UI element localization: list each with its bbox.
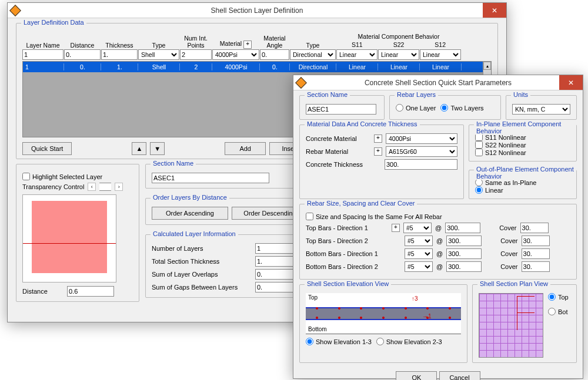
calc-label: Number of Layers: [152, 245, 252, 252]
transparency-track[interactable]: [99, 183, 111, 191]
add-material-icon[interactable]: +: [243, 41, 252, 49]
type2-select[interactable]: Directional: [290, 49, 336, 60]
input-row: Shell 4000Psi Directional Linear Linear …: [22, 49, 492, 60]
rebar-row: Bottom Bars - Direction 1#5@Cover: [306, 248, 570, 259]
group-title: Rebar Size, Spacing and Clear Cover: [305, 200, 417, 207]
scroll-up-icon[interactable]: ▴: [483, 62, 491, 70]
transparency-right-icon[interactable]: ›: [115, 183, 123, 191]
hdr-type: Type: [138, 41, 179, 49]
bar-size-select[interactable]: #5: [405, 261, 433, 272]
top-label: Top: [308, 294, 318, 301]
calc-label: Total Section Thickness: [152, 258, 252, 265]
thickness-label: Concrete Thickness: [306, 161, 381, 168]
material-select[interactable]: 4000Psi: [212, 49, 259, 60]
order-ascending-button[interactable]: Order Ascending: [152, 207, 228, 220]
quick-start-button[interactable]: Quick Start: [22, 142, 72, 155]
numint-input[interactable]: [180, 49, 212, 60]
rebar-row-label: Bottom Bars - Direction 2: [306, 263, 388, 270]
elev-23-radio[interactable]: [376, 338, 384, 345]
plan-view: [479, 293, 543, 358]
preview-group: Highlight Selected Layer Transparency Co…: [16, 164, 139, 302]
plan-bot-radio[interactable]: [548, 308, 556, 315]
cover-input[interactable]: [522, 236, 550, 246]
at-label: @: [436, 250, 443, 257]
rebar-material-select[interactable]: A615Gr60: [386, 146, 457, 157]
move-up-button[interactable]: ▲: [132, 142, 146, 155]
spacing-input[interactable]: [446, 261, 482, 272]
concrete-material-select[interactable]: 4000Psi: [386, 133, 457, 144]
cover-label: Cover: [500, 250, 517, 257]
titlebar[interactable]: Shell Section Layer Definition ✕: [8, 3, 506, 18]
at-label: @: [435, 224, 442, 231]
distance-input[interactable]: [64, 49, 101, 60]
hdr-matangle: Material Angle: [260, 34, 289, 49]
calc-label: Sum of Layer Overlaps: [152, 271, 252, 278]
cover-input[interactable]: [522, 261, 550, 272]
hdr-layer: Layer Name: [22, 41, 64, 49]
elev-13-radio[interactable]: [306, 338, 313, 345]
cover-label: Cover: [499, 224, 516, 231]
group-title: Shell Section Plan View: [477, 280, 550, 287]
spacing-input[interactable]: [446, 236, 482, 246]
rebar-row-label: Bottom Bars - Direction 1: [306, 250, 388, 257]
cover-label: Cover: [500, 263, 517, 270]
bar-size-select[interactable]: #5: [405, 236, 433, 246]
group-title: Shell Section Elevation View: [305, 280, 391, 287]
table-row[interactable]: 10. 1.Shell 24000Psi 0.Directional Linea…: [23, 62, 483, 72]
distance-readout[interactable]: [67, 286, 114, 297]
thickness-input[interactable]: [385, 159, 457, 170]
cancel-button[interactable]: Cancel: [439, 371, 480, 380]
add-rebar-icon[interactable]: +: [374, 147, 382, 156]
plan-top-radio[interactable]: [548, 293, 556, 301]
cover-input[interactable]: [520, 223, 549, 233]
cover-input[interactable]: [522, 248, 550, 259]
spacing-input[interactable]: [446, 248, 482, 259]
linear-radio[interactable]: [475, 186, 483, 194]
same-size-checkbox[interactable]: [306, 213, 313, 220]
s22-nonlinear-checkbox[interactable]: [475, 141, 483, 149]
calc-label: Sum of Gaps Between Layers: [152, 284, 252, 291]
hdr-numint: Num Int. Points: [180, 34, 212, 49]
bar-size-select[interactable]: #5: [403, 223, 432, 233]
add-button[interactable]: Add: [225, 142, 266, 155]
group-title: Order Layers By Distance: [151, 194, 229, 201]
group-title: Layer Definition Data: [21, 19, 86, 26]
add-size-icon[interactable]: +: [392, 224, 400, 232]
section-name-input[interactable]: [306, 104, 376, 115]
titlebar[interactable]: Concrete Shell Section Quick Start Param…: [293, 75, 583, 90]
s22-select[interactable]: Linear: [378, 49, 419, 60]
hdr-thickness: Thickness: [101, 41, 138, 49]
units-select[interactable]: KN, mm, C: [512, 104, 570, 115]
axis-3-icon: ↑3: [412, 295, 418, 302]
type-select[interactable]: Shell: [138, 49, 179, 60]
s12-nonlinear-checkbox[interactable]: [475, 149, 483, 156]
material-group: Material Data And Concrete Thickness Con…: [299, 125, 464, 199]
s11-select[interactable]: Linear: [336, 49, 377, 60]
elevation-group: Shell Section Elevation View Top ↑3 →1 B…: [299, 284, 467, 363]
rebar-row: Top Bars - Direction 2#5@Cover: [306, 236, 570, 246]
group-title: Section Name: [151, 160, 196, 167]
transparency-label: Transparency Control: [22, 183, 84, 190]
rebar-size-group: Rebar Size, Spacing and Clear Cover Size…: [299, 204, 577, 280]
bar-size-select[interactable]: #5: [405, 248, 433, 259]
highlight-checkbox[interactable]: [22, 173, 30, 180]
spacing-input[interactable]: [445, 223, 480, 233]
transparency-left-icon[interactable]: ‹: [88, 183, 96, 191]
thickness-input[interactable]: [101, 49, 138, 60]
move-down-button[interactable]: ▼: [150, 142, 165, 155]
inplane-group: In-Plane Element Component Behavior S11 …: [469, 125, 577, 162]
window-title: Shell Section Layer Definition: [8, 6, 506, 15]
distance-label: Distance: [22, 288, 64, 295]
table-header: Layer Name Distance Thickness Type Num I…: [22, 32, 492, 49]
group-title: Rebar Layers: [395, 91, 438, 98]
window-title: Concrete Shell Section Quick Start Param…: [293, 79, 583, 87]
layer-name-input[interactable]: [22, 49, 64, 60]
rebar-row-label: Top Bars - Direction 1: [306, 224, 388, 231]
angle-input[interactable]: [260, 49, 289, 60]
s12-select[interactable]: Linear: [420, 49, 461, 60]
add-concrete-icon[interactable]: +: [374, 134, 382, 143]
section-name-input[interactable]: [152, 173, 269, 183]
one-layer-radio[interactable]: [396, 104, 403, 112]
ok-button[interactable]: OK: [396, 371, 437, 380]
two-layers-radio[interactable]: [440, 104, 448, 112]
